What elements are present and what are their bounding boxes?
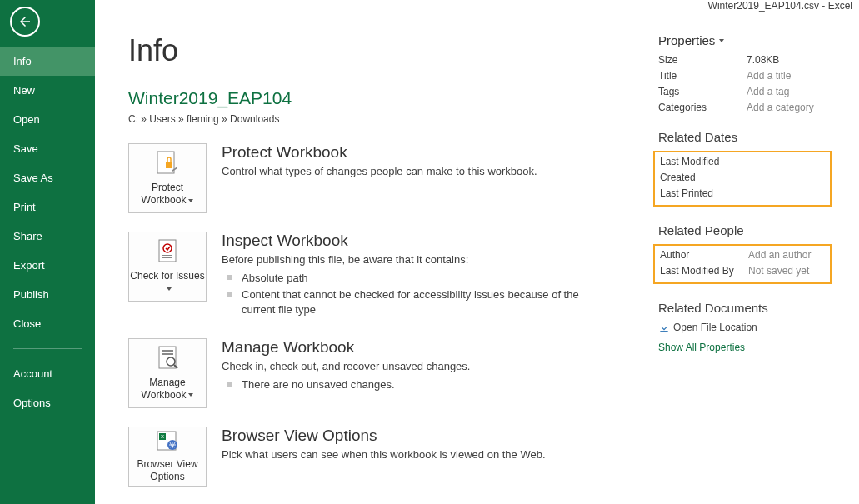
inspect-bullet: Absolute path bbox=[222, 271, 580, 286]
sidebar-item-share[interactable]: Share bbox=[0, 222, 95, 251]
protect-button-label: Protect Workbook bbox=[142, 182, 187, 206]
prop-label-size: Size bbox=[658, 54, 747, 66]
prop-label-title: Title bbox=[658, 70, 747, 82]
browser-section: X Browser View Options Browser View Opti… bbox=[128, 427, 645, 487]
sidebar-item-info[interactable]: Info bbox=[0, 47, 95, 76]
related-dates-highlight: Last Modified Created Last Printed bbox=[653, 151, 832, 207]
browser-icon: X bbox=[154, 430, 181, 453]
prop-value-tags[interactable]: Add a tag bbox=[747, 86, 789, 97]
manage-description: Check in, check out, and recover unsaved… bbox=[222, 360, 470, 372]
related-people-highlight: AuthorAdd an author Last Modified ByNot … bbox=[653, 244, 832, 284]
check-for-issues-button[interactable]: Check for Issues bbox=[128, 232, 207, 302]
prop-value-categories[interactable]: Add a category bbox=[747, 102, 814, 113]
related-documents-heading: Related Documents bbox=[658, 301, 832, 315]
chevron-down-icon bbox=[719, 39, 724, 42]
chevron-down-icon bbox=[188, 199, 193, 202]
manage-icon bbox=[154, 345, 181, 372]
sidebar-item-save[interactable]: Save bbox=[0, 134, 95, 163]
prop-label-author: Author bbox=[660, 249, 748, 261]
sidebar-item-publish[interactable]: Publish bbox=[0, 280, 95, 309]
arrow-left-icon bbox=[17, 14, 32, 29]
svg-rect-3 bbox=[162, 255, 172, 256]
svg-text:X: X bbox=[161, 434, 164, 439]
inspect-button-label: Check for Issues bbox=[130, 270, 204, 282]
related-people-heading: Related People bbox=[658, 223, 832, 237]
sidebar-item-save-as[interactable]: Save As bbox=[0, 163, 95, 192]
protect-description: Control what types of changes people can… bbox=[222, 165, 537, 177]
backstage-sidebar: Info New Open Save Save As Print Share E… bbox=[0, 0, 95, 504]
prop-label-modified-by: Last Modified By bbox=[660, 265, 748, 277]
prop-label-created: Created bbox=[660, 172, 748, 183]
open-file-location-link[interactable]: Open File Location bbox=[658, 322, 832, 333]
browser-heading: Browser View Options bbox=[222, 427, 546, 445]
browser-view-options-button[interactable]: X Browser View Options bbox=[128, 427, 207, 487]
document-path[interactable]: C: » Users » fleming » Downloads bbox=[128, 113, 645, 125]
related-dates-heading: Related Dates bbox=[658, 130, 832, 144]
prop-label-categories: Categories bbox=[658, 102, 747, 113]
prop-value-author[interactable]: Add an author bbox=[748, 249, 811, 261]
inspect-heading: Inspect Workbook bbox=[222, 232, 580, 250]
chevron-down-icon bbox=[188, 393, 193, 397]
manage-button-label: Manage Workbook bbox=[142, 377, 187, 401]
sidebar-item-export[interactable]: Export bbox=[0, 251, 95, 280]
inspect-description: Before publishing this file, be aware th… bbox=[222, 253, 580, 266]
svg-rect-4 bbox=[162, 257, 172, 258]
properties-panel: Properties Size7.08KB TitleAdd a title T… bbox=[658, 33, 842, 504]
sidebar-divider bbox=[13, 348, 82, 349]
inspect-section: Check for Issues Inspect Workbook Before… bbox=[128, 232, 645, 320]
svg-rect-6 bbox=[162, 350, 173, 352]
manage-heading: Manage Workbook bbox=[222, 338, 470, 357]
prop-label-last-printed: Last Printed bbox=[660, 187, 748, 199]
prop-value-modified-by: Not saved yet bbox=[748, 265, 809, 277]
svg-rect-14 bbox=[660, 331, 667, 332]
sidebar-item-account[interactable]: Account bbox=[0, 359, 95, 388]
sidebar-item-print[interactable]: Print bbox=[0, 192, 95, 222]
svg-rect-7 bbox=[162, 353, 173, 355]
prop-label-last-modified: Last Modified bbox=[660, 156, 748, 167]
properties-dropdown[interactable]: Properties bbox=[658, 33, 724, 47]
inspect-bullet: Content that cannot be checked for acces… bbox=[222, 287, 580, 317]
page-title: Info bbox=[128, 33, 645, 68]
back-button[interactable] bbox=[10, 7, 40, 37]
protect-workbook-button[interactable]: Protect Workbook bbox=[128, 143, 207, 213]
browser-description: Pick what users can see when this workbo… bbox=[222, 448, 546, 461]
protect-heading: Protect Workbook bbox=[222, 143, 537, 162]
manage-section: Manage Workbook Manage Workbook Check in… bbox=[128, 338, 645, 408]
sidebar-item-options[interactable]: Options bbox=[0, 388, 95, 417]
browser-button-label: Browser View Options bbox=[137, 458, 197, 482]
prop-label-tags: Tags bbox=[658, 86, 747, 97]
manage-bullet: There are no unsaved changes. bbox=[222, 377, 470, 392]
document-name: Winter2019_EAP104 bbox=[128, 88, 645, 108]
show-all-properties-link[interactable]: Show All Properties bbox=[658, 342, 745, 353]
prop-value-title[interactable]: Add a title bbox=[747, 70, 791, 82]
protect-section: Protect Workbook Protect Workbook Contro… bbox=[128, 143, 645, 213]
chevron-down-icon bbox=[167, 287, 172, 291]
sidebar-item-open[interactable]: Open bbox=[0, 105, 95, 134]
arrow-down-icon bbox=[658, 322, 670, 333]
manage-workbook-button[interactable]: Manage Workbook bbox=[128, 338, 207, 408]
sidebar-item-new[interactable]: New bbox=[0, 76, 95, 105]
lock-icon bbox=[154, 150, 181, 177]
prop-value-size: 7.08KB bbox=[747, 54, 779, 66]
main-panel: Winter2019_EAP104.csv - Excel Info Winte… bbox=[95, 0, 859, 504]
inspect-icon bbox=[154, 238, 181, 265]
sidebar-item-close[interactable]: Close bbox=[0, 309, 95, 338]
window-title: Winter2019_EAP104.csv - Excel bbox=[708, 0, 852, 12]
